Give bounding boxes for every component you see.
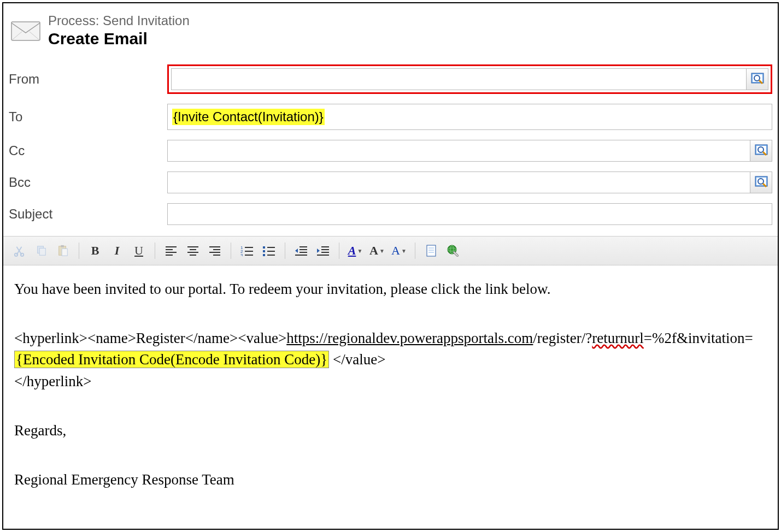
svg-rect-39 — [263, 250, 265, 252]
bcc-row: Bcc — [9, 172, 772, 193]
subject-row: Subject — [9, 203, 772, 225]
hyperlink-url-path: /register/? — [533, 330, 592, 346]
hyperlink-open-tags: <hyperlink><name>Register</name><value> — [14, 330, 286, 346]
svg-text:3: 3 — [240, 253, 243, 256]
editor-toolbar: B I U 123 A▼ A▼ — [3, 236, 778, 265]
email-body-editor[interactable]: You have been invited to our portal. To … — [3, 265, 778, 507]
svg-rect-38 — [263, 246, 265, 249]
align-right-icon — [209, 245, 221, 256]
subject-label: Subject — [9, 206, 167, 222]
from-lookup-button[interactable] — [747, 68, 768, 90]
create-email-window: Process: Send Invitation Create Email Fr… — [2, 2, 779, 530]
document-icon — [426, 245, 437, 257]
body-regards: Regards, — [14, 420, 767, 441]
body-blank-1 — [14, 303, 767, 324]
toolbar-separator — [415, 243, 415, 259]
unordered-list-icon — [262, 245, 275, 256]
hyperlink-url-host: https://regionaldev.powerappsportals.com — [286, 330, 533, 346]
svg-rect-40 — [263, 254, 265, 256]
lookup-icon — [755, 144, 768, 157]
paste-button[interactable] — [54, 241, 72, 260]
to-row: To {Invite Contact(Invitation)} — [9, 104, 772, 130]
align-center-button[interactable] — [184, 241, 202, 260]
from-highlight-box — [167, 64, 772, 94]
toolbar-separator — [285, 243, 285, 259]
svg-point-13 — [15, 253, 18, 257]
insert-template-button[interactable] — [422, 241, 441, 260]
to-token: {Invite Contact(Invitation)} — [172, 109, 325, 125]
numbered-list-button[interactable]: 123 — [238, 241, 256, 260]
body-hyperlink-block: <hyperlink><name>Register</name><value>h… — [14, 328, 767, 392]
align-center-icon — [187, 245, 199, 256]
lookup-icon — [751, 73, 764, 86]
toolbar-separator — [231, 243, 231, 259]
font-face-button[interactable]: A▼ — [390, 241, 408, 260]
encoded-invitation-token: {Encoded Invitation Code(Encode Invitati… — [14, 351, 329, 368]
copy-icon — [35, 245, 47, 257]
from-label: From — [9, 72, 167, 87]
subject-input[interactable] — [167, 203, 772, 225]
outdent-button[interactable] — [292, 241, 310, 260]
svg-rect-52 — [427, 245, 436, 256]
font-color-button[interactable]: A▼ — [346, 241, 365, 260]
body-line-intro: You have been invited to our portal. To … — [14, 279, 767, 300]
font-size-button[interactable]: A▼ — [368, 241, 386, 260]
to-input[interactable]: {Invite Contact(Invitation)} — [167, 104, 772, 130]
align-left-icon — [165, 245, 177, 256]
toolbar-separator — [339, 243, 339, 259]
envelope-icon — [11, 20, 40, 42]
cc-label: Cc — [9, 143, 167, 158]
font-face-glyph: A — [391, 244, 400, 258]
align-right-button[interactable] — [205, 241, 224, 260]
scissors-icon — [13, 245, 25, 257]
toolbar-separator — [155, 243, 155, 259]
insert-hyperlink-button[interactable] — [444, 241, 462, 260]
bcc-lookup-button[interactable] — [750, 172, 772, 193]
hyperlink-close-tag: </hyperlink> — [14, 373, 91, 389]
bullet-list-button[interactable] — [260, 241, 278, 260]
chevron-down-icon: ▼ — [401, 248, 407, 254]
svg-rect-16 — [39, 248, 45, 255]
email-form: From To {Invite Contact(Invitation)} — [3, 54, 778, 225]
indent-icon — [316, 245, 330, 256]
globe-link-icon — [447, 245, 460, 257]
cc-lookup-button[interactable] — [750, 140, 772, 162]
chevron-down-icon: ▼ — [357, 248, 362, 254]
svg-point-14 — [21, 253, 24, 257]
align-left-button[interactable] — [162, 241, 180, 260]
bcc-input[interactable] — [167, 172, 750, 193]
body-signature: Regional Emergency Response Team — [14, 469, 767, 490]
hyperlink-url-query: =%2f&invitation= — [644, 330, 753, 346]
cc-row: Cc — [9, 140, 772, 162]
italic-button[interactable]: I — [108, 241, 126, 260]
svg-rect-19 — [62, 249, 67, 256]
copy-button[interactable] — [32, 241, 50, 260]
body-blank-2 — [14, 395, 767, 417]
cc-input[interactable] — [167, 140, 750, 162]
cut-button[interactable] — [10, 241, 28, 260]
paste-icon — [57, 245, 69, 257]
from-input[interactable] — [171, 68, 747, 90]
hyperlink-url-returnurl: returnurl — [592, 330, 643, 346]
hyperlink-close-value: </value> — [329, 351, 385, 368]
process-label: Process: Send Invitation — [48, 13, 190, 28]
body-blank-3 — [14, 445, 767, 466]
outdent-icon — [295, 245, 308, 256]
to-label: To — [9, 109, 167, 125]
chevron-down-icon: ▼ — [379, 248, 385, 254]
bcc-label: Bcc — [9, 175, 167, 190]
from-row: From — [9, 64, 772, 94]
page-title: Create Email — [48, 29, 190, 48]
font-color-glyph: A — [348, 244, 356, 258]
ordered-list-icon: 123 — [240, 245, 254, 256]
svg-rect-0 — [11, 22, 40, 40]
bold-button[interactable]: B — [86, 241, 104, 260]
underline-button[interactable]: U — [130, 241, 148, 260]
header: Process: Send Invitation Create Email — [3, 3, 778, 54]
toolbar-separator — [79, 243, 79, 259]
font-size-glyph: A — [369, 244, 378, 258]
lookup-icon — [755, 176, 768, 189]
svg-rect-18 — [61, 245, 64, 247]
indent-button[interactable] — [314, 241, 332, 260]
